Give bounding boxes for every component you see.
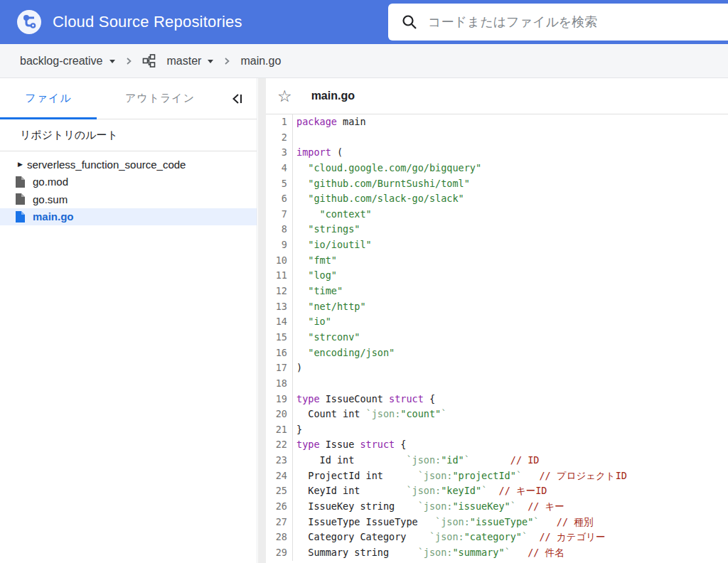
line-number[interactable]: 4 — [266, 161, 293, 176]
code-line-text: "github.com/slack-go/slack" — [293, 191, 464, 207]
code-line-text: type IssueCount struct { — [293, 392, 435, 407]
code-line-text: IssueKey string `json:"issueKey"` // キー — [293, 499, 564, 515]
line-number[interactable]: 10 — [266, 253, 293, 269]
file-icon — [15, 210, 26, 223]
code-line: 3import ( — [266, 145, 728, 161]
tree-item-file[interactable]: go.sum — [0, 191, 257, 208]
folder-expand-icon[interactable]: ▶ — [18, 161, 27, 168]
code-line: 14 "io" — [266, 314, 728, 330]
code-line: 6 "github.com/slack-go/slack" — [266, 191, 728, 207]
code-line: 29 Summary string `json:"summary"` // 件名 — [266, 545, 728, 561]
line-number[interactable]: 20 — [266, 407, 293, 422]
line-number[interactable]: 18 — [266, 376, 293, 392]
code-line: 18 — [266, 376, 728, 392]
code-line: 24 ProjectId int `json:"projectId"` // プ… — [266, 468, 728, 484]
line-number[interactable]: 27 — [266, 515, 293, 530]
line-number[interactable]: 3 — [266, 145, 293, 161]
code-line-text: ) — [293, 360, 302, 376]
code-line: 8 "strings" — [266, 222, 728, 237]
line-number[interactable]: 28 — [266, 530, 293, 545]
tree-item-label: go.sum — [33, 193, 68, 205]
breadcrumb-repo-dropdown[interactable]: backlog-creative — [20, 55, 115, 68]
line-number[interactable]: 24 — [266, 468, 293, 484]
code-line: 9 "io/ioutil" — [266, 237, 728, 253]
line-number[interactable]: 6 — [266, 191, 293, 207]
line-number[interactable]: 22 — [266, 437, 293, 453]
panel-divider[interactable] — [258, 78, 266, 563]
line-number[interactable]: 17 — [266, 360, 293, 376]
search-box — [388, 4, 728, 41]
star-file-button[interactable]: ☆ — [277, 88, 292, 104]
code-line: 10 "fmt" — [266, 253, 728, 269]
search-input[interactable] — [428, 4, 728, 41]
line-number[interactable]: 2 — [266, 130, 293, 146]
code-line: 5 "github.com/BurntSushi/toml" — [266, 176, 728, 192]
tree-item-label: serverless_function_source_code — [27, 159, 186, 171]
code-line: 23 Id int `json:"id"` // ID — [266, 453, 728, 468]
breadcrumb-branch-label: master — [167, 55, 202, 68]
line-number[interactable]: 11 — [266, 268, 293, 284]
line-number[interactable]: 29 — [266, 545, 293, 561]
code-line: 15 "strconv" — [266, 330, 728, 345]
code-line: 19type IssueCount struct { — [266, 392, 728, 407]
code-line-text: "strings" — [293, 222, 360, 237]
cloud-source-repositories-icon — [16, 9, 43, 36]
code-line-text: Count int `json:"count"` — [293, 407, 446, 422]
caret-down-icon — [109, 60, 115, 63]
tab-files[interactable]: ファイル — [0, 78, 97, 119]
code-line: 28 Category Category `json:"category"` /… — [266, 530, 728, 545]
app-logo-link[interactable]: Cloud Source Repositories — [16, 9, 242, 36]
code-line: 2 — [266, 130, 728, 146]
code-line-text: } — [293, 422, 302, 438]
file-tree: ▶serverless_function_source_codego.modgo… — [0, 151, 257, 225]
code-line: 13 "net/http" — [266, 299, 728, 315]
line-number[interactable]: 5 — [266, 176, 293, 192]
line-number[interactable]: 9 — [266, 237, 293, 253]
code-line-text: "net/http" — [293, 299, 366, 315]
tab-outline[interactable]: アウトライン — [97, 78, 223, 119]
breadcrumb-branch-dropdown[interactable]: master — [142, 54, 214, 68]
line-number[interactable]: 1 — [266, 114, 293, 130]
chevron-right-icon — [124, 56, 134, 66]
app-header: Cloud Source Repositories — [0, 0, 728, 44]
app-title: Cloud Source Repositories — [53, 13, 242, 31]
line-number[interactable]: 14 — [266, 314, 293, 330]
line-number[interactable]: 19 — [266, 392, 293, 407]
line-number[interactable]: 7 — [266, 207, 293, 222]
tree-item-file[interactable]: main.go — [0, 208, 257, 226]
line-number[interactable]: 26 — [266, 499, 293, 515]
code-line: 20 Count int `json:"count"` — [266, 407, 728, 422]
code-line: 11 "log" — [266, 268, 728, 284]
code-line: 22type Issue struct { — [266, 437, 728, 453]
tree-item-folder[interactable]: ▶serverless_function_source_code — [0, 156, 257, 173]
code-line: 21} — [266, 422, 728, 438]
line-number[interactable]: 12 — [266, 284, 293, 299]
code-line-text: "io/ioutil" — [293, 237, 372, 253]
code-line-text: "log" — [293, 268, 337, 284]
tree-item-file[interactable]: go.mod — [0, 173, 257, 191]
line-number[interactable]: 23 — [266, 453, 293, 468]
code-line-text — [293, 130, 296, 146]
code-line-text: IssueType IssueType `json:"issueType"` /… — [293, 515, 593, 530]
line-number[interactable]: 15 — [266, 330, 293, 345]
breadcrumb-repo-label: backlog-creative — [20, 55, 103, 68]
line-number[interactable]: 16 — [266, 345, 293, 361]
file-icon — [15, 176, 26, 188]
code-line: 26 IssueKey string `json:"issueKey"` // … — [266, 499, 728, 515]
code-line-text: Category Category `json:"category"` // カ… — [293, 530, 606, 545]
tree-item-label: go.mod — [33, 176, 68, 188]
file-icon — [15, 193, 26, 205]
line-number[interactable]: 8 — [266, 222, 293, 237]
sidebar-tabs: ファイル アウトライン — [0, 78, 257, 119]
line-number[interactable]: 21 — [266, 422, 293, 438]
sidebar: ファイル アウトライン リポジトリのルート ▶serverless_functi… — [0, 78, 257, 563]
repository-root-link[interactable]: リポジトリのルート — [0, 119, 257, 151]
collapse-panel-button[interactable] — [229, 90, 246, 107]
line-number[interactable]: 13 — [266, 299, 293, 315]
code-line: 17) — [266, 360, 728, 376]
code-line-text: "context" — [293, 207, 372, 222]
caret-down-icon — [208, 60, 213, 63]
line-number[interactable]: 25 — [266, 483, 293, 499]
code-line-text: "github.com/BurntSushi/toml" — [293, 176, 470, 192]
code-line-text: "strconv" — [293, 330, 360, 345]
